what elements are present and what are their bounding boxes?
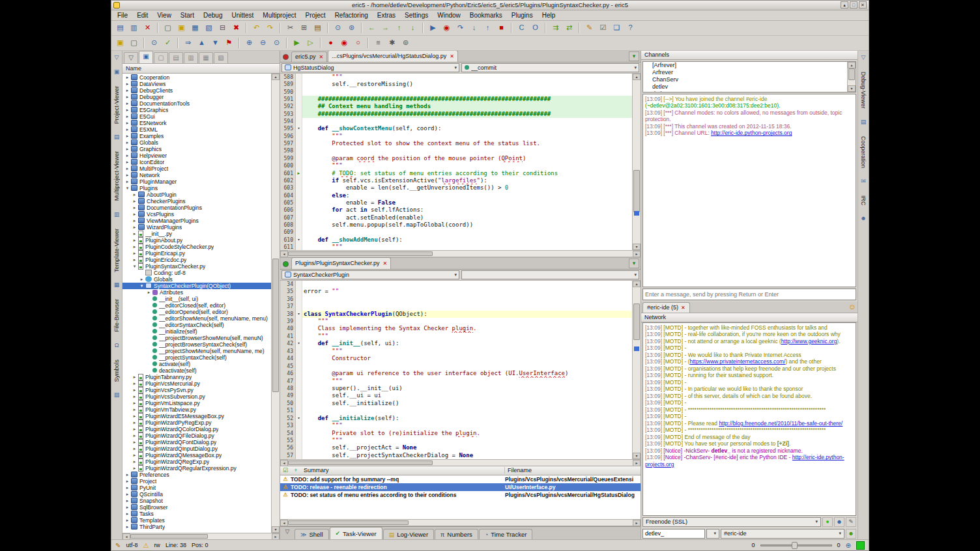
menu-unittest[interactable]: Unittest [227, 11, 258, 20]
expander-icon[interactable]: ▸ [132, 205, 137, 210]
expander-icon[interactable]: ▸ [124, 472, 130, 477]
zoom-out-icon[interactable]: ⊖ [257, 37, 269, 49]
filter-icon[interactable]: ▽ [124, 52, 138, 63]
mail-icon[interactable]: ✉ [859, 177, 868, 186]
close-button[interactable]: ✕ [859, 1, 867, 8]
menu-plugins[interactable]: Plugins [507, 11, 538, 20]
expander-icon[interactable]: ▸ [132, 238, 137, 243]
menu-multiproject[interactable]: Multiproject [258, 11, 300, 20]
next-breakpoint-icon[interactable]: ◉ [338, 37, 351, 49]
tree-item[interactable]: ▸PluginAbout.py [122, 237, 271, 244]
menu-view[interactable]: View [152, 11, 176, 20]
scroll-thumb[interactable] [130, 534, 208, 539]
search-file-icon[interactable]: ⊙ [148, 37, 160, 49]
tab-list-icon[interactable]: ▾ [629, 259, 639, 268]
task-row[interactable]: ⚠TODO: add support for hg summary --mqPl… [280, 475, 641, 483]
tree-item[interactable]: __projectBrowserSyntaxCheck(self) [122, 341, 271, 348]
expander-icon[interactable]: ▸ [124, 479, 130, 484]
scroll-thumb[interactable] [848, 68, 855, 80]
tree-item[interactable]: ▸IconEditor [122, 159, 271, 165]
tree-item[interactable]: ▸PluginTabnanny.py [122, 374, 271, 380]
class-combo[interactable]: SyntaxCheckerPlugin▾ [281, 270, 459, 279]
objects-icon[interactable]: O [529, 22, 541, 34]
tab-shell[interactable]: ≫Shell [295, 529, 329, 539]
prev-bookmark-icon[interactable]: ▲ [195, 37, 208, 49]
new-file-icon[interactable]: ▢ [162, 22, 174, 34]
message-input[interactable] [642, 289, 856, 300]
channel-user[interactable]: [Arfrever] [643, 62, 847, 69]
window-icon[interactable]: ❏ [611, 22, 623, 34]
code-area[interactable]: 588 """589 self.__restoreMissing()590591… [280, 74, 632, 250]
zoom-slider[interactable] [760, 541, 832, 549]
funnel-icon[interactable]: ▽ [859, 53, 868, 63]
scroll-down-icon[interactable]: ▾ [272, 526, 280, 533]
tab-irc[interactable]: IRC [860, 195, 867, 206]
scroll-thumb[interactable] [633, 170, 640, 212]
expander-icon[interactable]: ▸ [132, 381, 137, 386]
scroll-up-icon[interactable]: ▴ [633, 74, 641, 80]
preferences-icon[interactable]: ⊚ [399, 37, 412, 49]
scroll-thumb[interactable] [272, 259, 279, 393]
nickname-input[interactable] [642, 529, 705, 539]
tree-header[interactable]: Name [122, 64, 280, 74]
expander-icon[interactable]: ▸ [124, 101, 130, 106]
scroll-right-icon[interactable]: ▸ [272, 533, 280, 539]
expander-icon[interactable]: ▸ [124, 120, 130, 126]
tree-item[interactable]: ▸Globals [122, 276, 271, 283]
maximize-button[interactable]: □ [850, 1, 857, 8]
print-icon[interactable]: ⊟ [216, 22, 229, 34]
tree-item[interactable]: __projectShowMenu(self, menuName, me) [122, 348, 271, 354]
menu-start[interactable]: Start [176, 11, 199, 20]
task-row[interactable]: ⚠TODO: set status of menu entries accord… [280, 491, 641, 499]
channel-select[interactable]: #eric-ide▾ [721, 529, 844, 539]
tab-symbols[interactable]: Symbols [113, 360, 120, 382]
tree-item[interactable]: ▸PluginWizardQMessageBox.py [122, 452, 271, 459]
channel-user[interactable]: Arfrever [643, 69, 847, 76]
tree-item[interactable]: ▸PluginWizardQInputDialog.py [122, 445, 271, 452]
expander-icon[interactable]: ▸ [139, 277, 145, 282]
forms-tab-icon[interactable]: ▢ [154, 52, 168, 63]
tree-item[interactable]: ▸PluginWizardQRegExp.py [122, 459, 271, 465]
help-icon[interactable]: ? [624, 22, 637, 34]
expander-icon[interactable]: ▸ [132, 446, 137, 451]
compile-icon[interactable]: C [515, 22, 528, 34]
tree-item[interactable]: ▸QScintilla [122, 491, 271, 498]
column-header-filename[interactable]: Filename [505, 467, 641, 473]
expander-icon[interactable]: ▸ [132, 218, 137, 223]
channel-users-list[interactable]: [Arfrever]ArfreverChanServdetlevdetlev_ [643, 62, 847, 92]
close-channel-icon[interactable]: ✕ [681, 305, 685, 311]
tab-file-browser[interactable]: File-Browser [113, 299, 120, 332]
tree-item[interactable]: ▸PluginWizardPyRegExp.py [122, 419, 271, 426]
member-combo[interactable]: ▾ [461, 270, 639, 279]
tree-item[interactable]: ▸Network [122, 172, 271, 178]
tree-item[interactable]: ▸MultiProject [122, 165, 271, 172]
tree-item[interactable]: ▸VcsPlugins [122, 211, 271, 218]
slider-handle[interactable] [792, 542, 798, 549]
tree-item[interactable]: ▸E5XML [122, 126, 271, 133]
away-select[interactable]: ▾ [706, 529, 719, 539]
tree-item[interactable]: ▸PluginEricapi.py [122, 250, 271, 257]
project-viewer-icon[interactable]: ▣ [112, 68, 121, 77]
back-icon[interactable]: ← [366, 22, 378, 34]
scroll-up-icon[interactable]: ▴ [633, 281, 641, 287]
channel-user[interactable]: detlev [643, 83, 847, 91]
down-icon[interactable]: ↓ [407, 22, 419, 34]
expander-icon[interactable]: ▸ [124, 511, 130, 516]
edit-network-icon[interactable]: ✎ [846, 517, 856, 527]
tree-item[interactable]: ▸ThirdParty [122, 524, 271, 530]
tree-item[interactable]: ▸PluginVcsMercurial.py [122, 380, 271, 387]
scroll-up-icon[interactable]: ▴ [272, 74, 280, 80]
task-row[interactable]: ⚠TODO: release - reenable redirectionUI/… [280, 483, 641, 491]
menu-file[interactable]: File [113, 11, 132, 20]
zoom-in-icon[interactable]: ⊕ [243, 37, 255, 49]
editor-vscrollbar[interactable]: ▴▾ [632, 74, 641, 250]
chat-icon[interactable]: ☻ [859, 214, 868, 223]
expander-icon[interactable]: ▾ [139, 283, 145, 289]
channel-chat-area[interactable]: [13:09] [-->] You have joined the channe… [642, 94, 856, 287]
tab-project-viewer[interactable]: Project-Viewer [113, 86, 120, 124]
editor-hscrollbar[interactable]: ◂▸ [280, 459, 641, 466]
editor-tab[interactable]: ...csPlugins/vcsMercurial/HgStatusDialog… [328, 51, 458, 62]
sync-icon[interactable]: ⇄ [563, 22, 575, 34]
expander-icon[interactable]: ▸ [124, 485, 130, 490]
scroll-thumb[interactable] [288, 460, 433, 465]
